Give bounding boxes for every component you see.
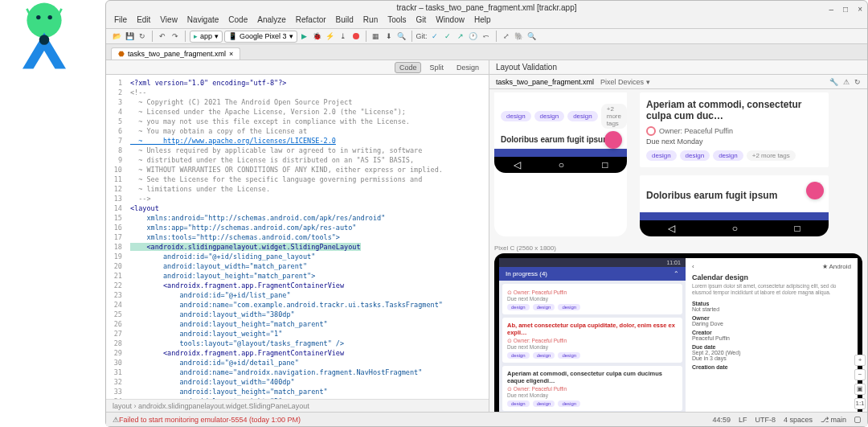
nav-back-icon[interactable]: ◁ <box>514 159 521 170</box>
breadcrumb[interactable]: layout › androidx.slidingpanelayout.widg… <box>106 399 489 412</box>
svg-point-0 <box>27 3 61 38</box>
xml-file-icon: ⬣ <box>118 50 125 58</box>
zoom-fit-icon[interactable]: ▣ <box>854 384 866 395</box>
preview-tab[interactable]: tasks_two_pane_fragment.xml <box>496 78 594 86</box>
star-add-label[interactable]: ★ Android <box>822 263 851 270</box>
menu-run[interactable]: Run <box>362 15 379 28</box>
menu-window[interactable]: Window <box>434 15 466 28</box>
profile-icon[interactable]: ⚡ <box>325 31 336 42</box>
zoom-100-icon[interactable]: 1:1 <box>854 398 866 409</box>
creator-field-label: Creator <box>692 330 851 335</box>
git-update-icon[interactable]: ✓ <box>429 31 440 42</box>
view-design-button[interactable]: Design <box>452 62 484 73</box>
warning-triangle-icon[interactable]: ⚠ <box>113 416 119 424</box>
stop-icon[interactable] <box>353 33 359 39</box>
fab-add-icon[interactable] <box>806 182 824 199</box>
tablet-task-list[interactable]: ⊙ Owner: Peaceful PuffinDue next Mondayd… <box>499 281 686 412</box>
device-label: Pixel C (2560 x 1800) <box>494 244 862 252</box>
nav-home-icon[interactable]: ○ <box>732 223 738 234</box>
chevron-up-icon[interactable]: ⌃ <box>674 270 679 277</box>
status-message[interactable]: Failed to start monitoring emulator-5554… <box>119 416 301 424</box>
view-split-button[interactable]: Split <box>424 62 448 73</box>
close-icon[interactable]: × <box>858 2 862 17</box>
svg-point-2 <box>48 15 52 19</box>
status-branch[interactable]: ⎇ main <box>821 416 846 424</box>
tab-close-icon[interactable]: × <box>229 50 233 58</box>
preview-tablet: 11:01 In progress (4) ⌃ ⊙ Owner: Peacefu… <box>494 253 862 412</box>
menu-build[interactable]: Build <box>334 15 355 28</box>
git-commit-icon[interactable]: ✓ <box>442 31 453 42</box>
device-set-dropdown[interactable]: Pixel Devices ▾ <box>600 78 650 86</box>
sync-icon[interactable]: ↻ <box>137 31 148 42</box>
owner-field-value: Daring Dove <box>692 321 851 326</box>
tab-label: tasks_two_pane_fragment.xml <box>128 50 226 58</box>
git-label: Git: <box>416 31 428 42</box>
status-indent[interactable]: 4 spaces <box>784 416 813 424</box>
editor-tabstrip: ⬣ tasks_two_pane_fragment.xml × <box>106 44 867 60</box>
menu-view[interactable]: View <box>158 15 179 28</box>
lock-icon[interactable] <box>854 417 861 423</box>
chip-more: +2 more tags <box>601 104 627 129</box>
refresh-icon[interactable]: ↻ <box>854 78 861 86</box>
git-push-icon[interactable]: ↗ <box>455 31 466 42</box>
wrench-icon[interactable]: 🔧 <box>829 78 838 86</box>
menu-refactor[interactable]: Refactor <box>294 15 328 28</box>
status-field-value: Not started <box>692 306 851 312</box>
undo-icon[interactable]: ↶ <box>157 31 168 42</box>
preview-card-wide: Aperiam at commodi, consectetur culpa cu… <box>640 92 829 236</box>
layout-inspect-icon[interactable]: 🔍 <box>396 31 407 42</box>
editor-tab[interactable]: ⬣ tasks_two_pane_fragment.xml × <box>111 47 240 60</box>
redo-icon[interactable]: ↷ <box>170 31 181 42</box>
menu-code[interactable]: Code <box>227 15 249 28</box>
warning-icon[interactable]: ⚠ <box>843 78 850 86</box>
status-encoding[interactable]: UTF-8 <box>755 416 776 424</box>
task-card[interactable]: Aperiam at commodi, consectetur culpa cu… <box>502 366 682 411</box>
detail-title: Calendar design <box>692 273 851 281</box>
nav-home-icon[interactable]: ○ <box>559 159 564 170</box>
save-icon[interactable]: 💾 <box>124 31 135 42</box>
maximize-icon[interactable]: □ <box>843 2 848 17</box>
task-card[interactable]: ⊙ Owner: Peaceful PuffinDue next Mondayd… <box>502 284 682 314</box>
nav-back-icon[interactable]: ◁ <box>668 223 675 234</box>
menu-help[interactable]: Help <box>473 15 493 28</box>
task-card[interactable]: Ab, amet consectetur culpa cupiditate, d… <box>502 318 682 363</box>
menu-navigate[interactable]: Navigate <box>186 15 220 28</box>
nav-recent-icon[interactable]: □ <box>602 159 608 170</box>
menu-edit[interactable]: Edit <box>135 15 152 28</box>
android-studio-logo <box>8 0 80 72</box>
avd-icon[interactable]: ▦ <box>371 31 382 42</box>
sdk-icon[interactable]: ⬇ <box>383 31 395 42</box>
device-selector[interactable]: 📱Google Pixel 3▾ <box>224 31 297 43</box>
git-history-icon[interactable]: 🕐 <box>468 31 479 42</box>
zoom-out-icon[interactable]: − <box>854 369 866 380</box>
zoom-in-icon[interactable]: + <box>854 355 866 366</box>
code-editor[interactable]: 1234567891011121314151617181920212223242… <box>106 75 489 399</box>
open-icon[interactable]: 📂 <box>111 31 122 42</box>
module-selector[interactable]: ▸app▾ <box>190 31 223 43</box>
search-icon[interactable]: 🔍 <box>526 31 538 42</box>
git-rollback-icon[interactable]: ⤺ <box>481 31 492 42</box>
status-line-sep[interactable]: LF <box>739 416 747 424</box>
fab-add-icon[interactable] <box>604 131 622 149</box>
run-icon[interactable]: ▶ <box>299 31 310 42</box>
gradle-elephant-icon[interactable]: 🐘 <box>514 31 525 42</box>
status-caret-pos[interactable]: 44:59 <box>712 416 731 424</box>
debug-icon[interactable]: 🐞 <box>312 31 323 42</box>
menu-file[interactable]: File <box>113 15 129 28</box>
menu-git[interactable]: Git <box>415 15 428 28</box>
back-arrow-icon[interactable]: ‹ <box>692 263 694 270</box>
menu-analyze[interactable]: Analyze <box>256 15 288 28</box>
avatar-icon <box>646 126 656 136</box>
minimize-icon[interactable]: – <box>829 2 834 17</box>
window-titlebar: trackr – tasks_two_pane_fragment.xml [tr… <box>106 1 867 15</box>
code-lines[interactable]: <?xml version="1.0" encoding="utf-8"?><!… <box>125 75 489 399</box>
view-code-button[interactable]: Code <box>395 62 422 73</box>
menu-tools[interactable]: Tools <box>386 15 407 28</box>
main-toolbar: 📂 💾 ↻ ↶ ↷ ▸app▾ 📱Google Pixel 3▾ ▶ 🐞 ⚡ ⤓… <box>106 28 867 44</box>
attach-icon[interactable]: ⤓ <box>338 31 349 42</box>
preview-body[interactable]: design design design +2 more tags Dolori… <box>489 89 867 412</box>
due-field-label: Due date <box>692 344 851 350</box>
expand-icon[interactable]: ⤢ <box>501 31 512 42</box>
created-field-label: Creation date <box>692 364 851 370</box>
nav-recent-icon[interactable]: □ <box>795 223 800 234</box>
